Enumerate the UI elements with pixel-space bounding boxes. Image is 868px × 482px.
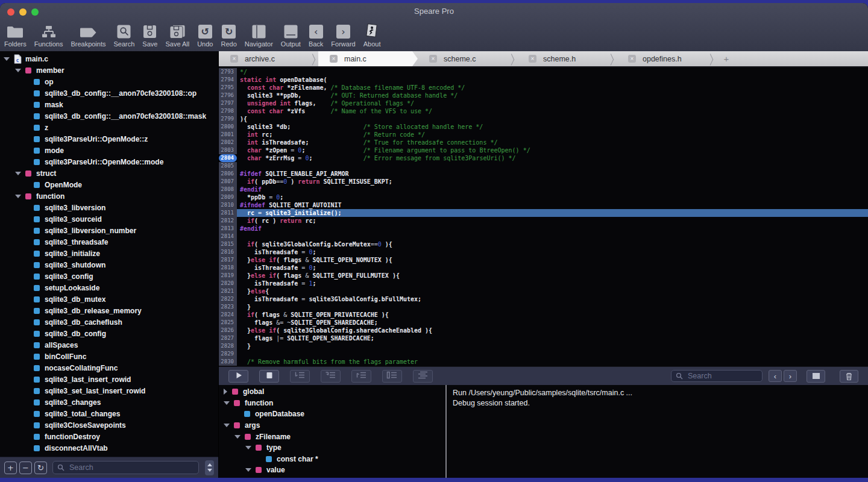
code-line[interactable]: 2805 bbox=[219, 162, 868, 170]
line-number[interactable]: 2828 bbox=[219, 342, 237, 350]
new-tab-button[interactable]: + bbox=[716, 51, 737, 66]
line-number[interactable]: 2823 bbox=[219, 303, 237, 311]
line-number[interactable]: 2812 bbox=[219, 217, 237, 225]
refresh-button[interactable]: ↻ bbox=[34, 462, 47, 474]
line-number[interactable]: 2799 bbox=[219, 115, 237, 123]
variable-0x00007ffeefbff8c8[interactable]: 0x00007ffeefbff8c8 bbox=[219, 476, 445, 478]
line-number[interactable]: 2822 bbox=[219, 295, 237, 303]
line-number[interactable]: 2809 bbox=[219, 193, 237, 201]
toolbar-button-redo[interactable]: ↻Redo bbox=[221, 23, 236, 48]
symbol-functiondestroy[interactable]: functionDestroy bbox=[0, 431, 218, 442]
code-line[interactable]: 2829 bbox=[219, 350, 868, 358]
toolbar-button-about[interactable]: About bbox=[363, 23, 381, 48]
symbol-sqlite3parseuri-openmode-z[interactable]: sqlite3ParseUri::OpenMode::z bbox=[0, 133, 218, 145]
symbol-sqlite3-set-last-insert-rowid[interactable]: sqlite3_set_last_insert_rowid bbox=[0, 385, 218, 396]
expanded-triangle-icon[interactable] bbox=[245, 446, 251, 449]
variable-opendatabase[interactable]: openDatabase bbox=[219, 408, 445, 420]
line-number[interactable]: 2794 bbox=[219, 76, 237, 84]
line-number[interactable]: 2807 bbox=[219, 178, 237, 186]
symbol-sqlite3-db-config-anon70cfe3200108-op[interactable]: sqlite3_db_config::__anon70cfe3200108::o… bbox=[0, 87, 218, 99]
symbol-mode[interactable]: mode bbox=[0, 145, 218, 156]
symbol-setuplookaside[interactable]: setupLookaside bbox=[0, 282, 218, 293]
line-number[interactable]: 2820 bbox=[219, 280, 237, 287]
line-number[interactable]: 2815 bbox=[219, 240, 237, 248]
line-number[interactable]: 2808 bbox=[219, 186, 237, 193]
line-number[interactable]: 2803 bbox=[219, 146, 237, 154]
find-next-button[interactable]: › bbox=[784, 370, 797, 382]
continue-button[interactable] bbox=[228, 370, 248, 383]
variable-args[interactable]: args bbox=[219, 420, 445, 431]
tab-scheme-h[interactable]: ×scheme.h bbox=[517, 51, 617, 66]
code-line[interactable]: 2822 isThreadsafe = sqlite3GlobalConfig.… bbox=[219, 295, 868, 303]
step-instruction-button[interactable] bbox=[382, 370, 402, 383]
close-tab-icon[interactable]: × bbox=[330, 55, 338, 63]
symbol-sqlite3-sourceid[interactable]: sqlite3_sourceid bbox=[0, 213, 218, 225]
expanded-triangle-icon[interactable] bbox=[234, 435, 241, 439]
line-number[interactable]: 2797 bbox=[219, 99, 237, 107]
symbol-sqlite3-changes[interactable]: sqlite3_changes bbox=[0, 396, 218, 408]
find-previous-button[interactable]: ‹ bbox=[769, 370, 782, 382]
code-line[interactable]: 2809 *ppDb = 0; bbox=[219, 193, 868, 201]
code-line[interactable]: 2830 /* Remove harmful bits from the fla… bbox=[219, 358, 868, 366]
code-line[interactable]: 2800 sqlite3 *db; /* Store allocated han… bbox=[219, 123, 868, 131]
symbol-sqlite3-db-mutex[interactable]: sqlite3_db_mutex bbox=[0, 293, 218, 305]
code-line[interactable]: 2811 rc = sqlite3_initialize(); bbox=[219, 209, 868, 217]
code-line[interactable]: 2804 char *zErrMsg = 0; /* Error message… bbox=[219, 154, 868, 162]
code-line[interactable]: 2828 } bbox=[219, 342, 868, 350]
code-line[interactable]: 2812 if( rc ) return rc; bbox=[219, 217, 868, 225]
code-line[interactable]: 2797 unsigned int flags, /* Operational … bbox=[219, 99, 868, 107]
step-lines-button[interactable] bbox=[413, 370, 433, 383]
code-line[interactable]: 2815 if( sqlite3GlobalConfig.bCoreMutex=… bbox=[219, 240, 868, 248]
symbol-bincollfunc[interactable]: binCollFunc bbox=[0, 351, 218, 362]
code-line[interactable]: 2808#endif bbox=[219, 186, 868, 193]
expanded-triangle-icon[interactable] bbox=[224, 401, 230, 405]
line-number[interactable]: 2795 bbox=[219, 84, 237, 92]
sidebar-search-input[interactable] bbox=[68, 463, 194, 472]
expanded-triangle-icon[interactable] bbox=[15, 69, 21, 72]
variable-value[interactable]: value bbox=[219, 465, 445, 476]
zoom-window-button[interactable] bbox=[31, 8, 39, 16]
line-number[interactable]: 2826 bbox=[219, 327, 237, 334]
code-editor[interactable]: 2793*/2794static int openDatabase(2795 c… bbox=[219, 67, 868, 366]
toolbar-button-undo[interactable]: ↺Undo bbox=[197, 23, 213, 48]
toolbar-button-output[interactable]: Output bbox=[281, 23, 301, 48]
line-number[interactable]: 2816 bbox=[219, 248, 237, 256]
code-line[interactable]: 2803 char *zOpen = 0; /* Filename argume… bbox=[219, 146, 868, 154]
code-line[interactable]: 2820 isThreadsafe = 1; bbox=[219, 280, 868, 287]
symbol-op[interactable]: op bbox=[0, 76, 218, 87]
line-number[interactable]: 2810 bbox=[219, 201, 237, 209]
symbol-sqlite3-db-config[interactable]: sqlite3_db_config bbox=[0, 328, 218, 339]
close-tab-icon[interactable]: × bbox=[429, 55, 437, 63]
variable-function[interactable]: function bbox=[219, 398, 445, 409]
toolbar-button-back[interactable]: ‹Back bbox=[309, 23, 323, 48]
line-number[interactable]: 2824 bbox=[219, 311, 237, 319]
toolbar-button-navigator[interactable]: Navigator bbox=[245, 23, 273, 48]
line-number[interactable]: 2814 bbox=[219, 233, 237, 240]
symbol-member[interactable]: member bbox=[0, 64, 218, 76]
add-button[interactable]: + bbox=[4, 462, 17, 474]
line-number[interactable]: 2813 bbox=[219, 225, 237, 233]
code-line[interactable]: 2798 const char *zVfs /* Name of the VFS… bbox=[219, 107, 868, 115]
code-line[interactable]: 2794static int openDatabase( bbox=[219, 76, 868, 84]
symbol-sqlite3-db-release-memory[interactable]: sqlite3_db_release_memory bbox=[0, 305, 218, 316]
trash-button[interactable] bbox=[840, 370, 858, 383]
close-tab-icon[interactable]: × bbox=[230, 55, 238, 63]
step-into-button[interactable] bbox=[321, 370, 341, 383]
symbol-struct[interactable]: struct bbox=[0, 167, 218, 179]
code-line[interactable]: 2817 }else if( flags & SQLITE_OPEN_NOMUT… bbox=[219, 256, 868, 264]
symbol-openmode[interactable]: OpenMode bbox=[0, 179, 218, 190]
line-number[interactable]: 2819 bbox=[219, 272, 237, 280]
line-number[interactable]: 2818 bbox=[219, 264, 237, 272]
symbol-sqlite3-threadsafe[interactable]: sqlite3_threadsafe bbox=[0, 236, 218, 248]
line-number[interactable]: 2806 bbox=[219, 170, 237, 178]
line-number[interactable]: 2798 bbox=[219, 107, 237, 115]
symbol-sqlite3closesavepoints[interactable]: sqlite3CloseSavepoints bbox=[0, 419, 218, 431]
variable-const-char[interactable]: const char * bbox=[219, 454, 445, 465]
line-number[interactable]: 2793 bbox=[219, 68, 237, 76]
variable-global[interactable]: global bbox=[219, 386, 445, 398]
tab-opdefines-h[interactable]: ×opdefines.h bbox=[617, 51, 716, 66]
code-line[interactable]: 2824 if( flags & SQLITE_OPEN_PRIVATECACH… bbox=[219, 311, 868, 319]
clear-console-button[interactable] bbox=[807, 370, 825, 383]
code-line[interactable]: 2795 const char *zFilename, /* Database … bbox=[219, 84, 868, 92]
code-line[interactable]: 2816 isThreadsafe = 0; bbox=[219, 248, 868, 256]
